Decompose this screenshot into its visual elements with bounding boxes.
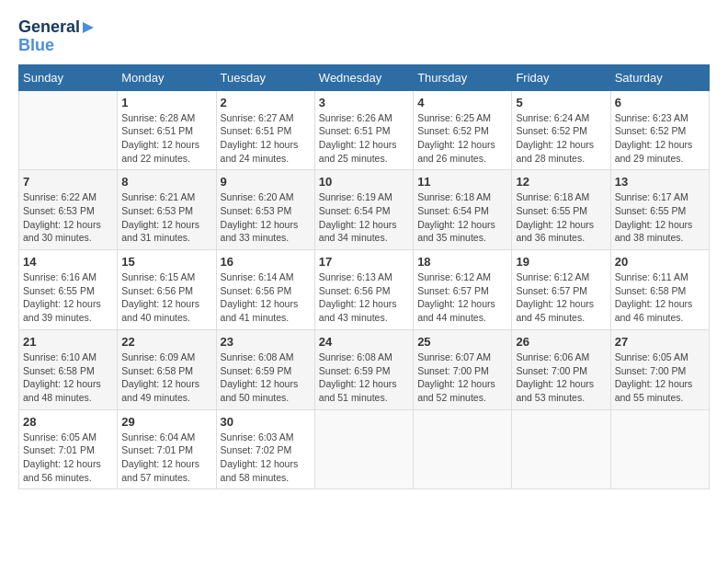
day-of-week-header: Tuesday [216,64,314,90]
day-info: Sunrise: 6:06 AM Sunset: 7:00 PM Dayligh… [516,350,606,405]
calendar-week-row: 7Sunrise: 6:22 AM Sunset: 6:53 PM Daylig… [19,170,710,250]
calendar-cell: 23Sunrise: 6:08 AM Sunset: 6:59 PM Dayli… [216,329,314,409]
day-number: 27 [615,335,705,349]
day-info: Sunrise: 6:11 AM Sunset: 6:58 PM Dayligh… [615,270,705,325]
day-number: 19 [516,255,606,269]
day-number: 30 [221,415,311,429]
day-info: Sunrise: 6:19 AM Sunset: 6:54 PM Dayligh… [319,190,409,245]
calendar-week-row: 14Sunrise: 6:16 AM Sunset: 6:55 PM Dayli… [19,250,710,330]
day-info: Sunrise: 6:07 AM Sunset: 7:00 PM Dayligh… [417,350,507,405]
day-number: 25 [417,335,507,349]
day-info: Sunrise: 6:08 AM Sunset: 6:59 PM Dayligh… [319,350,409,405]
day-number: 4 [417,96,507,109]
day-info: Sunrise: 6:12 AM Sunset: 6:57 PM Dayligh… [516,270,606,325]
day-number: 6 [615,96,705,109]
day-info: Sunrise: 6:20 AM Sunset: 6:53 PM Dayligh… [221,190,311,245]
day-info: Sunrise: 6:03 AM Sunset: 7:02 PM Dayligh… [221,431,311,485]
day-number: 14 [23,255,113,269]
calendar-cell [610,409,709,489]
day-info: Sunrise: 6:22 AM Sunset: 6:53 PM Dayligh… [23,190,113,245]
calendar-cell: 20Sunrise: 6:11 AM Sunset: 6:58 PM Dayli… [610,250,709,330]
calendar-cell: 4Sunrise: 6:25 AM Sunset: 6:52 PM Daylig… [414,90,512,170]
calendar-cell: 18Sunrise: 6:12 AM Sunset: 6:57 PM Dayli… [414,250,512,330]
day-info: Sunrise: 6:10 AM Sunset: 6:58 PM Dayligh… [23,350,113,405]
calendar-cell [512,409,610,489]
calendar-cell: 10Sunrise: 6:19 AM Sunset: 6:54 PM Dayli… [314,170,413,250]
calendar-cell: 3Sunrise: 6:26 AM Sunset: 6:51 PM Daylig… [314,90,413,170]
day-info: Sunrise: 6:23 AM Sunset: 6:52 PM Dayligh… [615,111,705,166]
day-info: Sunrise: 6:04 AM Sunset: 7:01 PM Dayligh… [121,431,211,485]
day-number: 23 [221,335,311,349]
calendar-cell: 12Sunrise: 6:18 AM Sunset: 6:55 PM Dayli… [512,170,610,250]
calendar-cell: 22Sunrise: 6:09 AM Sunset: 6:58 PM Dayli… [118,329,216,409]
day-number: 15 [121,255,211,269]
day-of-week-header: Sunday [19,64,118,90]
day-number: 28 [23,415,113,429]
day-info: Sunrise: 6:18 AM Sunset: 6:55 PM Dayligh… [516,190,606,245]
day-info: Sunrise: 6:25 AM Sunset: 6:52 PM Dayligh… [417,111,507,166]
calendar-table: SundayMondayTuesdayWednesdayThursdayFrid… [18,64,710,490]
day-of-week-header: Saturday [610,64,709,90]
day-number: 11 [417,175,507,189]
day-info: Sunrise: 6:12 AM Sunset: 6:57 PM Dayligh… [417,270,507,325]
calendar-week-row: 28Sunrise: 6:05 AM Sunset: 7:01 PM Dayli… [19,409,710,489]
day-number: 9 [221,175,311,189]
calendar-cell [314,409,413,489]
calendar-header-row: SundayMondayTuesdayWednesdayThursdayFrid… [19,64,710,90]
day-number: 20 [615,255,705,269]
calendar-cell: 27Sunrise: 6:05 AM Sunset: 7:00 PM Dayli… [610,329,709,409]
logo-text: General [18,18,94,37]
day-number: 21 [23,335,113,349]
day-info: Sunrise: 6:28 AM Sunset: 6:51 PM Dayligh… [121,111,211,166]
day-number: 2 [221,96,311,109]
calendar-cell: 19Sunrise: 6:12 AM Sunset: 6:57 PM Dayli… [512,250,610,330]
calendar-cell: 9Sunrise: 6:20 AM Sunset: 6:53 PM Daylig… [216,170,314,250]
day-number: 5 [516,96,606,109]
day-info: Sunrise: 6:21 AM Sunset: 6:53 PM Dayligh… [121,190,211,245]
calendar-cell: 13Sunrise: 6:17 AM Sunset: 6:55 PM Dayli… [610,170,709,250]
calendar-cell: 24Sunrise: 6:08 AM Sunset: 6:59 PM Dayli… [314,329,413,409]
day-info: Sunrise: 6:13 AM Sunset: 6:56 PM Dayligh… [319,270,409,325]
day-number: 18 [417,255,507,269]
logo-subtext: Blue [18,37,94,55]
day-info: Sunrise: 6:08 AM Sunset: 6:59 PM Dayligh… [221,350,311,405]
calendar-cell [19,90,118,170]
calendar-cell: 29Sunrise: 6:04 AM Sunset: 7:01 PM Dayli… [118,409,216,489]
calendar-week-row: 1Sunrise: 6:28 AM Sunset: 6:51 PM Daylig… [19,90,710,170]
day-number: 26 [516,335,606,349]
calendar-cell: 11Sunrise: 6:18 AM Sunset: 6:54 PM Dayli… [414,170,512,250]
day-number: 10 [319,175,409,189]
calendar-cell: 7Sunrise: 6:22 AM Sunset: 6:53 PM Daylig… [19,170,118,250]
calendar-cell: 15Sunrise: 6:15 AM Sunset: 6:56 PM Dayli… [118,250,216,330]
calendar-cell: 28Sunrise: 6:05 AM Sunset: 7:01 PM Dayli… [19,409,118,489]
calendar-cell [414,409,512,489]
calendar-cell: 25Sunrise: 6:07 AM Sunset: 7:00 PM Dayli… [414,329,512,409]
calendar-cell: 1Sunrise: 6:28 AM Sunset: 6:51 PM Daylig… [118,90,216,170]
day-number: 8 [121,175,211,189]
calendar-cell: 26Sunrise: 6:06 AM Sunset: 7:00 PM Dayli… [512,329,610,409]
day-info: Sunrise: 6:26 AM Sunset: 6:51 PM Dayligh… [319,111,409,166]
day-number: 13 [615,175,705,189]
day-number: 17 [319,255,409,269]
calendar-cell: 17Sunrise: 6:13 AM Sunset: 6:56 PM Dayli… [314,250,413,330]
calendar-cell: 8Sunrise: 6:21 AM Sunset: 6:53 PM Daylig… [118,170,216,250]
calendar-week-row: 21Sunrise: 6:10 AM Sunset: 6:58 PM Dayli… [19,329,710,409]
calendar-cell: 2Sunrise: 6:27 AM Sunset: 6:51 PM Daylig… [216,90,314,170]
day-info: Sunrise: 6:09 AM Sunset: 6:58 PM Dayligh… [121,350,211,405]
day-number: 29 [121,415,211,429]
day-of-week-header: Thursday [414,64,512,90]
day-number: 12 [516,175,606,189]
logo: General Blue [18,18,94,55]
calendar-cell: 30Sunrise: 6:03 AM Sunset: 7:02 PM Dayli… [216,409,314,489]
day-info: Sunrise: 6:17 AM Sunset: 6:55 PM Dayligh… [615,190,705,245]
day-info: Sunrise: 6:05 AM Sunset: 7:01 PM Dayligh… [23,431,113,485]
day-info: Sunrise: 6:24 AM Sunset: 6:52 PM Dayligh… [516,111,606,166]
day-number: 1 [121,96,211,109]
calendar-cell: 21Sunrise: 6:10 AM Sunset: 6:58 PM Dayli… [19,329,118,409]
day-number: 24 [319,335,409,349]
calendar-cell: 16Sunrise: 6:14 AM Sunset: 6:56 PM Dayli… [216,250,314,330]
calendar-cell: 14Sunrise: 6:16 AM Sunset: 6:55 PM Dayli… [19,250,118,330]
day-info: Sunrise: 6:27 AM Sunset: 6:51 PM Dayligh… [221,111,311,166]
day-number: 22 [121,335,211,349]
day-info: Sunrise: 6:18 AM Sunset: 6:54 PM Dayligh… [417,190,507,245]
